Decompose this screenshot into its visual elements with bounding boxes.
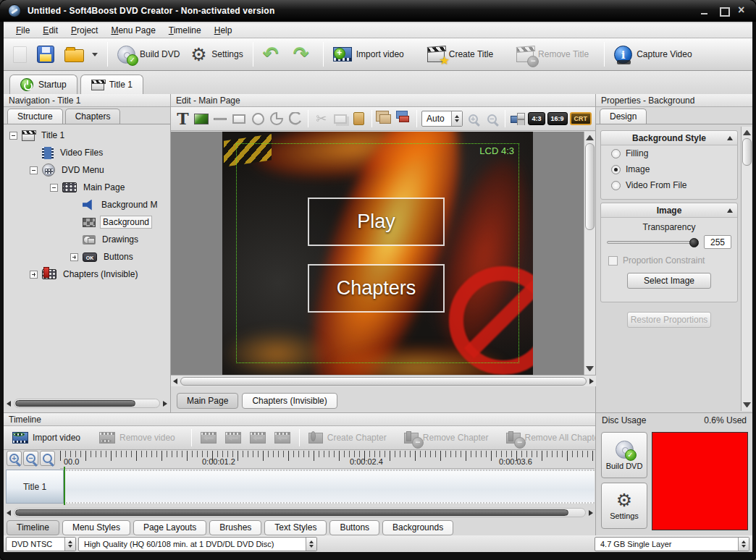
trim-start-button[interactable] (196, 430, 221, 446)
timeline-import-video-button[interactable]: Import video (8, 430, 85, 446)
scrollbar-track[interactable] (14, 399, 160, 408)
paste-button[interactable] (350, 109, 367, 128)
track-label[interactable]: Title 1 (6, 470, 64, 504)
spin-down-icon[interactable] (742, 545, 746, 548)
scrollbar-thumb[interactable] (15, 400, 135, 407)
text-tool-button[interactable]: T (175, 109, 191, 128)
align-objects-button[interactable] (395, 109, 412, 128)
menu-timeline[interactable]: Timeline (162, 24, 208, 37)
timeline-zoom-in-button[interactable]: + (7, 451, 22, 466)
scroll-up-arrow[interactable] (586, 135, 594, 140)
tree-item-title-1[interactable]: Title 1 (4, 127, 170, 144)
scroll-right-arrow[interactable] (589, 378, 594, 384)
create-chapter-button[interactable]: Create Chapter (304, 430, 391, 446)
restore-proportions-button[interactable]: Restore Proportions (627, 312, 711, 328)
zoom-mode-combo[interactable]: Auto (421, 111, 463, 127)
quality-combo[interactable]: High Quality (HQ 60/108 min. at 1 DVD/DL… (78, 537, 317, 551)
aspect-4-3-button[interactable]: 4:3 (528, 112, 545, 125)
scrollbar-thumb[interactable] (180, 377, 587, 386)
remove-title-button[interactable]: Remove Title (511, 43, 594, 65)
aspect-crt-button[interactable]: CRT (570, 112, 592, 125)
rotate-right-button[interactable] (245, 430, 270, 446)
dvd-menu-chapters-button[interactable]: Chapters (308, 264, 445, 313)
page-tab-chapters-invisible[interactable]: Chapters (Invisible) (242, 393, 337, 409)
tree-item-chapters-invisible[interactable]: Chapters (Invisible) (4, 266, 170, 283)
line-tool-button[interactable] (212, 109, 229, 128)
structure-view-button[interactable] (510, 109, 526, 128)
proportion-constraint-row[interactable]: Proportion Constraint (601, 252, 737, 269)
maximize-button[interactable] (719, 7, 728, 15)
spin-up-icon[interactable] (455, 115, 459, 118)
radio-row-filling[interactable]: Filling (601, 145, 737, 161)
zoom-in-button[interactable]: + (465, 109, 482, 128)
arc-tool-button[interactable] (287, 109, 304, 128)
scroll-left-arrow[interactable] (7, 401, 11, 407)
menu-edit-canvas[interactable]: LCD 4:3 Play Chapters (171, 132, 584, 375)
tree-item-main-page[interactable]: Main Page (4, 179, 170, 196)
timeline-ruler[interactable]: 00.0 0:00:01.2 0:00:02.4 0:00:03.6 (60, 451, 595, 469)
remove-all-chapters-button[interactable]: Remove All Chapters (502, 430, 595, 446)
undo-button[interactable] (258, 42, 288, 67)
canvas-vertical-scrollbar[interactable] (584, 132, 595, 375)
navigation-horizontal-scrollbar[interactable] (7, 398, 167, 409)
close-button[interactable] (738, 7, 747, 15)
collapse-expander-icon[interactable] (50, 184, 58, 192)
tab-brushes[interactable]: Brushes (209, 520, 261, 535)
select-image-button[interactable]: Select Image (627, 273, 711, 289)
tab-buttons[interactable]: Buttons (329, 520, 379, 535)
scroll-right-arrow[interactable] (163, 401, 167, 407)
tree-item-video-files[interactable]: Video Files (4, 144, 170, 161)
playhead[interactable] (64, 467, 65, 505)
scrollbar-track[interactable] (14, 508, 586, 517)
cut-button[interactable]: ✂ (313, 109, 329, 128)
radio-image[interactable] (611, 165, 621, 174)
tree-item-buttons[interactable]: Buttons (4, 248, 170, 266)
tab-chapters[interactable]: Chapters (65, 109, 121, 124)
collapse-arrow-icon[interactable] (727, 208, 733, 213)
tab-text-styles[interactable]: Text Styles (264, 520, 327, 535)
minimize-button[interactable] (700, 7, 710, 15)
radio-filling[interactable] (611, 149, 621, 158)
group-objects-button[interactable] (377, 109, 393, 128)
scroll-left-arrow[interactable] (173, 378, 177, 384)
remove-video-button[interactable]: Remove video (95, 430, 180, 446)
tab-design[interactable]: Design (600, 109, 647, 124)
properties-vertical-scrollbar[interactable] (741, 127, 752, 411)
capture-video-button[interactable]: Capture Video (609, 43, 697, 67)
settings-button[interactable]: Settings (185, 43, 248, 66)
menu-file[interactable]: File (9, 24, 36, 37)
trim-end-button[interactable] (270, 430, 295, 446)
redo-button[interactable] (288, 42, 319, 67)
spin-up-icon[interactable] (309, 540, 314, 543)
create-title-button[interactable]: Create Title (422, 43, 498, 65)
image-tool-button[interactable] (193, 109, 210, 128)
title-bar[interactable]: Untitled - Soft4Boost DVD Creator - Non-… (0, 0, 756, 22)
proportion-constraint-checkbox[interactable] (608, 256, 618, 266)
remove-chapter-button[interactable]: Remove Chapter (400, 430, 493, 446)
zoom-out-button[interactable]: − (484, 109, 500, 128)
spin-up-icon[interactable] (68, 540, 72, 543)
tab-startup[interactable]: Startup (9, 75, 77, 94)
tree-item-background[interactable]: Background (4, 213, 170, 231)
pie-tool-button[interactable] (269, 109, 285, 128)
transparency-slider[interactable] (607, 241, 698, 244)
radio-row-image[interactable]: Image (601, 161, 737, 177)
dvd-menu-play-button[interactable]: Play (308, 198, 445, 246)
scroll-left-arrow[interactable] (7, 510, 11, 516)
build-dvd-button[interactable]: Build DVD (112, 43, 185, 67)
new-project-button[interactable] (8, 43, 32, 66)
spin-up-icon[interactable] (742, 540, 746, 543)
scrollbar-thumb[interactable] (15, 509, 568, 516)
canvas-horizontal-scrollbar[interactable] (171, 375, 596, 386)
menu-edit[interactable]: Edit (36, 24, 64, 37)
timeline-zoom-fit-button[interactable] (40, 451, 55, 466)
spin-down-icon[interactable] (68, 545, 72, 548)
rectangle-tool-button[interactable] (231, 109, 248, 128)
scroll-right-arrow[interactable] (589, 510, 593, 516)
radio-row-video-from-file[interactable]: Video From File (601, 177, 737, 193)
format-spinner[interactable] (64, 538, 75, 551)
spin-down-icon[interactable] (309, 545, 314, 548)
tab-backgrounds[interactable]: Backgrounds (382, 520, 453, 535)
tab-timeline[interactable]: Timeline (7, 520, 59, 535)
zoom-spinner[interactable] (451, 111, 462, 126)
